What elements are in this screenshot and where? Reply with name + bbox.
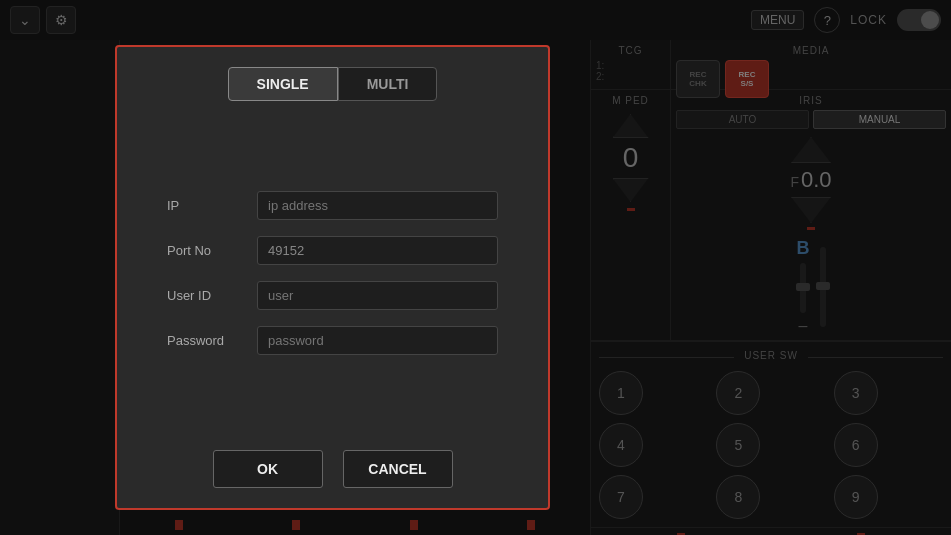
modal-footer: OK CANCEL — [137, 440, 528, 488]
ok-button[interactable]: OK — [213, 450, 323, 488]
userid-label: User ID — [167, 288, 257, 303]
port-form-group: Port No — [167, 236, 498, 265]
modal-dialog: SINGLE MULTI IP Port No User ID Password — [115, 45, 550, 510]
tab-multi[interactable]: MULTI — [338, 67, 438, 101]
port-input[interactable] — [257, 236, 498, 265]
ip-label: IP — [167, 198, 257, 213]
password-input[interactable] — [257, 326, 498, 355]
userid-form-group: User ID — [167, 281, 498, 310]
ip-input[interactable] — [257, 191, 498, 220]
tab-single[interactable]: SINGLE — [228, 67, 338, 101]
port-label: Port No — [167, 243, 257, 258]
password-form-group: Password — [167, 326, 498, 355]
modal-tabs: SINGLE MULTI — [228, 67, 438, 101]
userid-input[interactable] — [257, 281, 498, 310]
cancel-button[interactable]: CANCEL — [343, 450, 453, 488]
modal-body: IP Port No User ID Password — [137, 121, 528, 440]
ip-form-group: IP — [167, 191, 498, 220]
modal-overlay: SINGLE MULTI IP Port No User ID Password — [0, 0, 951, 535]
password-label: Password — [167, 333, 257, 348]
